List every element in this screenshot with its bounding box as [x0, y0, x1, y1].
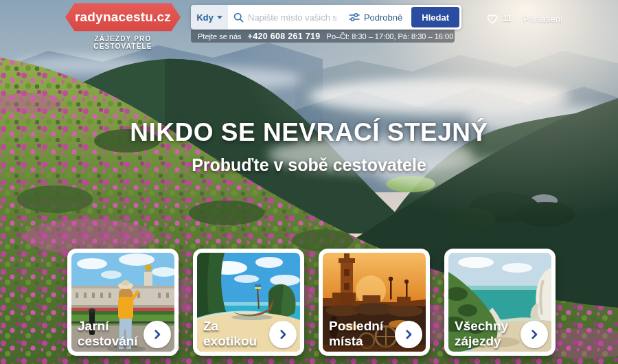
search-icon	[233, 12, 244, 23]
favorites-count: 11	[503, 14, 512, 23]
logo-text: radynacestu.cz	[75, 10, 171, 25]
card-label: Poslední místa	[329, 319, 383, 348]
card-posledni-mista[interactable]: Poslední místa	[319, 249, 430, 356]
logo: radynacestu.cz ZÁJEZDY PRO CESTOVATELE	[65, 3, 181, 50]
logo-badge[interactable]: radynacestu.cz	[65, 3, 181, 32]
heart-icon	[486, 13, 499, 24]
logo-tagline: ZÁJEZDY PRO CESTOVATELE	[65, 35, 181, 50]
chevron-right-icon	[277, 328, 289, 341]
card-label: Jarní cestování	[78, 319, 138, 348]
category-cards: Jarní cestování	[67, 249, 556, 356]
search-bar: Kdy Podrobně Hledat	[191, 5, 461, 30]
sliders-icon	[349, 12, 360, 22]
chevron-right-icon	[151, 328, 163, 341]
contact-bar: Ptejte se nás +420 608 261 719 Po–Čt: 8:…	[191, 30, 455, 43]
contact-ask-label: Ptejte se nás	[198, 32, 242, 41]
chevron-down-icon	[217, 16, 222, 19]
favorites-button[interactable]: 11	[486, 13, 512, 24]
chevron-right-icon	[528, 328, 540, 341]
login-link[interactable]: Přihlášení	[523, 14, 563, 24]
hero-subtitle: Probuďte v sobě cestovatele	[0, 155, 618, 175]
search-input[interactable]	[248, 12, 336, 23]
hero-title: NIKDO SE NEVRACÍ STEJNÝ	[0, 118, 618, 147]
card-arrow-button[interactable]	[520, 321, 548, 348]
advanced-search-label: Podrobně	[364, 12, 402, 23]
search-field	[228, 12, 342, 23]
user-area: 11 Přihlášení	[486, 13, 563, 24]
card-arrow-button[interactable]	[269, 321, 297, 348]
opening-hours: Po–Čt: 8:30 – 17:00, Pá: 8:30 – 16:00	[327, 32, 454, 41]
search-submit-button[interactable]: Hledat	[411, 7, 459, 27]
card-arrow-button[interactable]	[144, 321, 171, 348]
card-vsechny-zajezdy[interactable]: Všechny zájezdy	[444, 249, 556, 356]
when-dropdown-label: Kdy	[196, 12, 214, 23]
card-jarni-cestovani[interactable]: Jarní cestování	[67, 249, 179, 356]
advanced-search-button[interactable]: Podrobně	[342, 5, 409, 30]
card-label: Za exotikou	[203, 319, 257, 348]
card-label: Všechny zájezdy	[455, 319, 508, 348]
phone-number-link[interactable]: +420 608 261 719	[248, 32, 321, 41]
card-arrow-button[interactable]	[395, 321, 422, 348]
chevron-right-icon	[402, 328, 415, 341]
card-za-exotikou[interactable]: Za exotikou	[193, 249, 304, 356]
when-dropdown[interactable]: Kdy	[191, 5, 228, 30]
